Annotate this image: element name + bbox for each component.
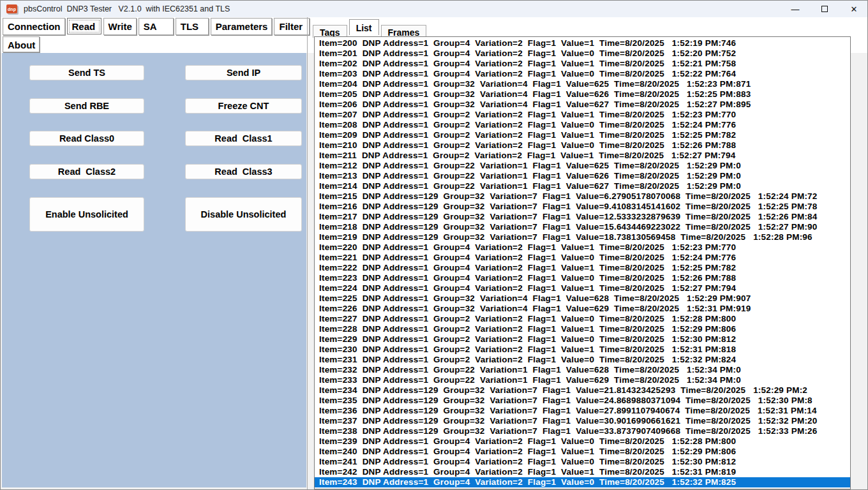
list-item[interactable]: Item=223 DNP Address=1 Group=4 Variation… bbox=[315, 273, 850, 283]
list-item[interactable]: Item=232 DNP Address=1 Group=22 Variatio… bbox=[315, 365, 850, 375]
list-item[interactable]: Item=240 DNP Address=1 Group=4 Variation… bbox=[315, 447, 850, 457]
list-item[interactable]: Item=242 DNP Address=1 Group=4 Variation… bbox=[315, 467, 850, 477]
tab-connection[interactable]: Connection bbox=[3, 18, 65, 35]
tab-filter[interactable]: Filter bbox=[274, 18, 310, 35]
list-item[interactable]: Item=234 DNP Address=129 Group=32 Variat… bbox=[315, 385, 850, 396]
right-tab-strip: TagsListFrames bbox=[313, 19, 428, 36]
list-item[interactable]: Item=222 DNP Address=1 Group=4 Variation… bbox=[315, 263, 850, 273]
minimize-button[interactable]: — bbox=[781, 1, 810, 17]
list-item[interactable]: Item=205 DNP Address=1 Group=32 Variatio… bbox=[315, 89, 850, 100]
list-item[interactable]: Item=231 DNP Address=1 Group=2 Variation… bbox=[315, 355, 850, 365]
panel-divider bbox=[307, 17, 308, 490]
read-class1-button[interactable]: Read Class1 bbox=[185, 131, 302, 146]
list-item[interactable]: Item=239 DNP Address=1 Group=4 Variation… bbox=[315, 436, 850, 447]
tab-frames[interactable]: Frames bbox=[381, 25, 427, 38]
list-item[interactable]: Item=224 DNP Address=1 Group=4 Variation… bbox=[315, 283, 850, 293]
maximize-button[interactable] bbox=[810, 1, 839, 17]
read-class3-button[interactable]: Read Class3 bbox=[185, 164, 302, 179]
list-item[interactable]: Item=227 DNP Address=1 Group=2 Variation… bbox=[315, 314, 850, 324]
tab-tls[interactable]: TLS bbox=[176, 18, 209, 35]
tab-list[interactable]: List bbox=[349, 19, 379, 35]
list-item[interactable]: Item=228 DNP Address=1 Group=2 Variation… bbox=[315, 324, 850, 334]
list-item[interactable]: Item=214 DNP Address=1 Group=22 Variatio… bbox=[315, 181, 850, 191]
tab-read[interactable]: Read bbox=[67, 18, 101, 34]
event-list-box[interactable]: Item=200 DNP Address=1 Group=4 Variation… bbox=[314, 36, 851, 489]
tab-write[interactable]: Write bbox=[103, 18, 137, 35]
list-item[interactable]: Item=236 DNP Address=129 Group=32 Variat… bbox=[315, 406, 850, 416]
list-item[interactable]: Item=206 DNP Address=1 Group=32 Variatio… bbox=[315, 100, 850, 110]
list-item[interactable]: Item=211 DNP Address=1 Group=2 Variation… bbox=[315, 151, 850, 161]
list-item[interactable]: Item=243 DNP Address=1 Group=4 Variation… bbox=[315, 477, 850, 487]
list-item[interactable]: Item=213 DNP Address=1 Group=22 Variatio… bbox=[315, 171, 850, 181]
list-item[interactable]: Item=204 DNP Address=1 Group=32 Variatio… bbox=[315, 79, 850, 89]
tab-parameters[interactable]: Parameters bbox=[211, 18, 273, 35]
app-window: dnp pbsControl DNP3 Tester V2.1.0 with I… bbox=[0, 0, 868, 490]
maximize-icon bbox=[821, 6, 828, 12]
list-item[interactable]: Item=208 DNP Address=1 Group=2 Variation… bbox=[315, 120, 850, 130]
list-item[interactable]: Item=216 DNP Address=129 Group=32 Variat… bbox=[315, 202, 850, 212]
close-button[interactable]: ✕ bbox=[839, 1, 868, 17]
freeze-cnt-button[interactable]: Freeze CNT bbox=[185, 98, 302, 114]
list-item[interactable]: Item=238 DNP Address=129 Group=32 Variat… bbox=[315, 426, 850, 436]
list-item[interactable]: Item=202 DNP Address=1 Group=4 Variation… bbox=[315, 59, 850, 69]
list-item[interactable]: Item=220 DNP Address=1 Group=4 Variation… bbox=[315, 242, 850, 253]
list-item[interactable]: Item=217 DNP Address=129 Group=32 Variat… bbox=[315, 212, 850, 222]
main-tab-strip-row1: ConnectionReadWriteSATLSParametersFilter bbox=[1, 17, 868, 36]
list-item[interactable]: Item=225 DNP Address=1 Group=32 Variatio… bbox=[315, 293, 850, 304]
read-panel: Send TSSend IPSend RBEFreeze CNTRead Cla… bbox=[2, 53, 306, 487]
app-icon: dnp bbox=[6, 4, 17, 13]
list-item[interactable]: Item=241 DNP Address=1 Group=4 Variation… bbox=[315, 457, 850, 467]
list-item[interactable]: Item=203 DNP Address=1 Group=4 Variation… bbox=[315, 69, 850, 79]
window-controls: — ✕ bbox=[781, 1, 868, 17]
list-item[interactable]: Item=235 DNP Address=129 Group=32 Variat… bbox=[315, 396, 850, 406]
send-rbe-button[interactable]: Send RBE bbox=[29, 98, 144, 114]
tab-about[interactable]: About bbox=[3, 36, 40, 52]
list-item[interactable]: Item=237 DNP Address=129 Group=32 Variat… bbox=[315, 416, 850, 426]
list-item[interactable]: Item=229 DNP Address=1 Group=2 Variation… bbox=[315, 334, 850, 345]
list-item[interactable]: Item=226 DNP Address=1 Group=32 Variatio… bbox=[315, 304, 850, 314]
list-item[interactable]: Item=230 DNP Address=1 Group=2 Variation… bbox=[315, 345, 850, 355]
list-item[interactable]: Item=233 DNP Address=1 Group=22 Variatio… bbox=[315, 375, 850, 385]
send-ts-button[interactable]: Send TS bbox=[29, 65, 144, 80]
list-item[interactable]: Item=219 DNP Address=129 Group=32 Variat… bbox=[315, 232, 850, 242]
list-item[interactable]: Item=207 DNP Address=1 Group=2 Variation… bbox=[315, 110, 850, 120]
list-item[interactable]: Item=218 DNP Address=129 Group=32 Variat… bbox=[315, 222, 850, 232]
tab-sa[interactable]: SA bbox=[138, 18, 174, 35]
list-item[interactable]: Item=200 DNP Address=1 Group=4 Variation… bbox=[315, 38, 850, 48]
read-class0-button[interactable]: Read Class0 bbox=[29, 131, 144, 146]
list-item[interactable]: Item=201 DNP Address=1 Group=4 Variation… bbox=[315, 48, 850, 59]
tab-tags[interactable]: Tags bbox=[313, 25, 347, 38]
list-item[interactable]: Item=210 DNP Address=1 Group=2 Variation… bbox=[315, 140, 850, 151]
list-item[interactable]: Item=209 DNP Address=1 Group=2 Variation… bbox=[315, 130, 850, 140]
disable-unsolicited-button[interactable]: Disable Unsolicited bbox=[185, 197, 302, 232]
title-bar: dnp pbsControl DNP3 Tester V2.1.0 with I… bbox=[1, 1, 868, 17]
window-title: pbsControl DNP3 Tester V2.1.0 with IEC62… bbox=[24, 4, 230, 13]
enable-unsolicited-button[interactable]: Enable Unsolicited bbox=[29, 197, 144, 232]
list-item[interactable]: Item=215 DNP Address=129 Group=32 Variat… bbox=[315, 191, 850, 202]
list-item[interactable]: Item=212 DNP Address=1 Group=22 Variatio… bbox=[315, 161, 850, 171]
read-class2-button[interactable]: Read Class2 bbox=[29, 164, 144, 179]
list-item[interactable]: Item=221 DNP Address=1 Group=4 Variation… bbox=[315, 253, 850, 263]
send-ip-button[interactable]: Send IP bbox=[185, 65, 302, 80]
